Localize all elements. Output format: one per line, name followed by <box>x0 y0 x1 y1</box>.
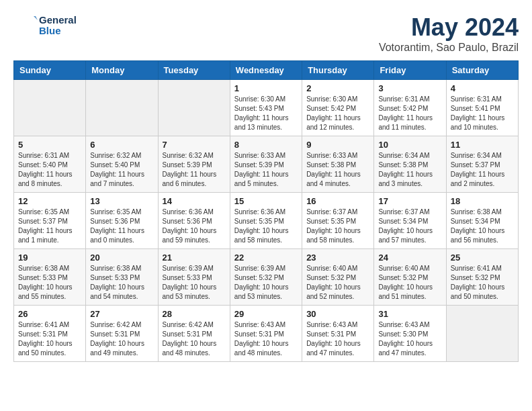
calendar-cell: 16Sunrise: 6:37 AM Sunset: 5:35 PM Dayli… <box>302 193 374 249</box>
day-info: Sunrise: 6:38 AM Sunset: 5:33 PM Dayligh… <box>18 264 81 302</box>
calendar-cell: 28Sunrise: 6:42 AM Sunset: 5:31 PM Dayli… <box>158 306 230 362</box>
calendar-cell: 1Sunrise: 6:30 AM Sunset: 5:43 PM Daylig… <box>230 80 302 136</box>
day-number: 7 <box>163 140 226 150</box>
day-number: 8 <box>234 140 298 150</box>
day-info: Sunrise: 6:36 AM Sunset: 5:36 PM Dayligh… <box>163 208 226 245</box>
day-info: Sunrise: 6:31 AM Sunset: 5:41 PM Dayligh… <box>451 95 514 132</box>
day-number: 28 <box>163 309 226 319</box>
day-info: Sunrise: 6:41 AM Sunset: 5:31 PM Dayligh… <box>18 320 81 358</box>
day-info: Sunrise: 6:30 AM Sunset: 5:43 PM Dayligh… <box>234 95 298 132</box>
calendar-cell: 27Sunrise: 6:42 AM Sunset: 5:31 PM Dayli… <box>86 306 158 362</box>
calendar-cell: 19Sunrise: 6:38 AM Sunset: 5:33 PM Dayli… <box>14 249 86 306</box>
day-number: 1 <box>234 83 298 93</box>
day-number: 5 <box>18 140 81 150</box>
calendar-cell: 24Sunrise: 6:40 AM Sunset: 5:32 PM Dayli… <box>374 249 446 306</box>
calendar-cell <box>158 80 230 136</box>
logo-line1: General <box>39 15 77 26</box>
day-info: Sunrise: 6:35 AM Sunset: 5:37 PM Dayligh… <box>18 208 81 245</box>
week-row-5: 26Sunrise: 6:41 AM Sunset: 5:31 PM Dayli… <box>14 306 519 362</box>
day-number: 20 <box>90 253 153 263</box>
calendar-cell: 26Sunrise: 6:41 AM Sunset: 5:31 PM Dayli… <box>14 306 86 362</box>
weekday-header-saturday: Saturday <box>446 61 518 80</box>
calendar-cell: 3Sunrise: 6:31 AM Sunset: 5:42 PM Daylig… <box>374 80 446 136</box>
weekday-header-sunday: Sunday <box>14 61 86 80</box>
weekday-header-thursday: Thursday <box>302 61 374 80</box>
calendar-cell: 15Sunrise: 6:36 AM Sunset: 5:35 PM Dayli… <box>230 193 302 249</box>
day-number: 29 <box>234 309 298 319</box>
day-number: 2 <box>306 83 369 93</box>
calendar-cell <box>86 80 158 136</box>
day-info: Sunrise: 6:42 AM Sunset: 5:31 PM Dayligh… <box>90 320 153 358</box>
calendar-cell: 11Sunrise: 6:34 AM Sunset: 5:37 PM Dayli… <box>446 136 518 193</box>
weekday-header-row: SundayMondayTuesdayWednesdayThursdayFrid… <box>14 61 519 80</box>
month-title: May 2024 <box>379 13 519 42</box>
day-info: Sunrise: 6:41 AM Sunset: 5:32 PM Dayligh… <box>451 264 514 302</box>
day-info: Sunrise: 6:31 AM Sunset: 5:40 PM Dayligh… <box>18 151 81 189</box>
weekday-header-wednesday: Wednesday <box>230 61 302 80</box>
day-info: Sunrise: 6:32 AM Sunset: 5:40 PM Dayligh… <box>90 151 153 189</box>
svg-marker-0 <box>32 17 38 23</box>
calendar-cell: 23Sunrise: 6:40 AM Sunset: 5:32 PM Dayli… <box>302 249 374 306</box>
day-info: Sunrise: 6:43 AM Sunset: 5:31 PM Dayligh… <box>234 320 298 358</box>
calendar-cell: 4Sunrise: 6:31 AM Sunset: 5:41 PM Daylig… <box>446 80 518 136</box>
day-number: 26 <box>18 309 81 319</box>
day-info: Sunrise: 6:33 AM Sunset: 5:38 PM Dayligh… <box>306 151 369 189</box>
day-info: Sunrise: 6:39 AM Sunset: 5:32 PM Dayligh… <box>234 264 298 302</box>
calendar-cell: 10Sunrise: 6:34 AM Sunset: 5:38 PM Dayli… <box>374 136 446 193</box>
day-number: 12 <box>18 196 81 206</box>
calendar-cell: 25Sunrise: 6:41 AM Sunset: 5:32 PM Dayli… <box>446 249 518 306</box>
calendar-cell <box>14 80 86 136</box>
day-number: 9 <box>306 140 369 150</box>
day-number: 3 <box>378 83 441 93</box>
logo: General Blue <box>13 13 77 38</box>
calendar-cell: 13Sunrise: 6:35 AM Sunset: 5:36 PM Dayli… <box>86 193 158 249</box>
calendar-cell <box>446 306 518 362</box>
day-number: 22 <box>234 253 298 263</box>
day-number: 21 <box>163 253 226 263</box>
calendar-cell: 8Sunrise: 6:33 AM Sunset: 5:39 PM Daylig… <box>230 136 302 193</box>
day-info: Sunrise: 6:37 AM Sunset: 5:34 PM Dayligh… <box>378 208 441 245</box>
day-info: Sunrise: 6:32 AM Sunset: 5:39 PM Dayligh… <box>163 151 226 189</box>
week-row-3: 12Sunrise: 6:35 AM Sunset: 5:37 PM Dayli… <box>14 193 519 249</box>
day-number: 4 <box>451 83 514 93</box>
day-info: Sunrise: 6:35 AM Sunset: 5:36 PM Dayligh… <box>90 208 153 245</box>
day-info: Sunrise: 6:40 AM Sunset: 5:32 PM Dayligh… <box>378 264 441 302</box>
calendar-cell: 2Sunrise: 6:30 AM Sunset: 5:42 PM Daylig… <box>302 80 374 136</box>
day-number: 16 <box>306 196 369 206</box>
weekday-header-tuesday: Tuesday <box>158 61 230 80</box>
calendar-cell: 29Sunrise: 6:43 AM Sunset: 5:31 PM Dayli… <box>230 306 302 362</box>
day-info: Sunrise: 6:38 AM Sunset: 5:34 PM Dayligh… <box>451 208 514 245</box>
day-number: 13 <box>90 196 153 206</box>
title-section: May 2024 Votorantim, Sao Paulo, Brazil <box>379 13 519 54</box>
calendar-cell: 14Sunrise: 6:36 AM Sunset: 5:36 PM Dayli… <box>158 193 230 249</box>
day-number: 6 <box>90 140 153 150</box>
day-number: 11 <box>451 140 514 150</box>
day-number: 15 <box>234 196 298 206</box>
calendar-table: SundayMondayTuesdayWednesdayThursdayFrid… <box>13 60 519 362</box>
day-number: 17 <box>378 196 441 206</box>
day-number: 18 <box>451 196 514 206</box>
day-number: 10 <box>378 140 441 150</box>
week-row-1: 1Sunrise: 6:30 AM Sunset: 5:43 PM Daylig… <box>14 80 519 136</box>
day-info: Sunrise: 6:38 AM Sunset: 5:33 PM Dayligh… <box>90 264 153 302</box>
weekday-header-friday: Friday <box>374 61 446 80</box>
day-info: Sunrise: 6:40 AM Sunset: 5:32 PM Dayligh… <box>306 264 369 302</box>
day-number: 30 <box>306 309 369 319</box>
calendar-cell: 12Sunrise: 6:35 AM Sunset: 5:37 PM Dayli… <box>14 193 86 249</box>
location-subtitle: Votorantim, Sao Paulo, Brazil <box>379 42 519 54</box>
day-info: Sunrise: 6:39 AM Sunset: 5:33 PM Dayligh… <box>163 264 226 302</box>
calendar-cell: 21Sunrise: 6:39 AM Sunset: 5:33 PM Dayli… <box>158 249 230 306</box>
calendar-cell: 7Sunrise: 6:32 AM Sunset: 5:39 PM Daylig… <box>158 136 230 193</box>
calendar-cell: 30Sunrise: 6:43 AM Sunset: 5:31 PM Dayli… <box>302 306 374 362</box>
day-info: Sunrise: 6:34 AM Sunset: 5:38 PM Dayligh… <box>378 151 441 189</box>
logo-line2: Blue <box>39 26 77 37</box>
day-info: Sunrise: 6:42 AM Sunset: 5:31 PM Dayligh… <box>163 320 226 358</box>
day-number: 25 <box>451 253 514 263</box>
day-number: 27 <box>90 309 153 319</box>
day-info: Sunrise: 6:36 AM Sunset: 5:35 PM Dayligh… <box>234 208 298 245</box>
day-info: Sunrise: 6:34 AM Sunset: 5:37 PM Dayligh… <box>451 151 514 189</box>
day-info: Sunrise: 6:43 AM Sunset: 5:31 PM Dayligh… <box>306 320 369 358</box>
calendar-cell: 18Sunrise: 6:38 AM Sunset: 5:34 PM Dayli… <box>446 193 518 249</box>
calendar-cell: 6Sunrise: 6:32 AM Sunset: 5:40 PM Daylig… <box>86 136 158 193</box>
day-number: 31 <box>378 309 441 319</box>
